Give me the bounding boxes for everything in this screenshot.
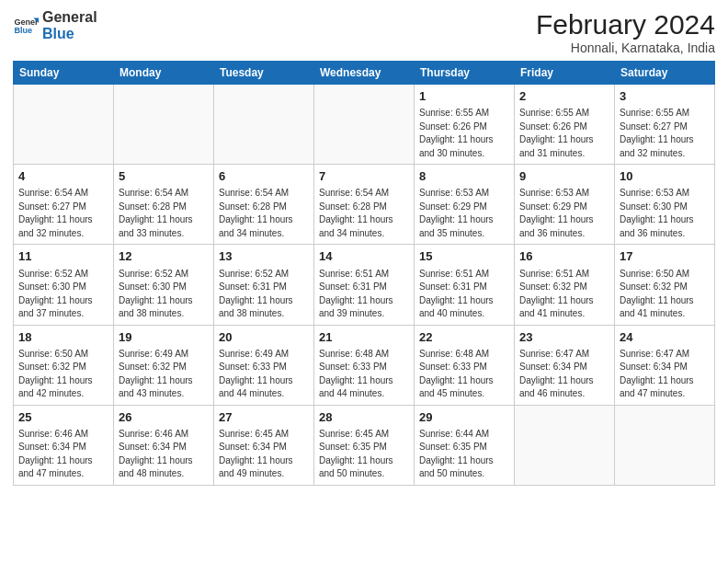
logo: General Blue General Blue: [13, 9, 97, 41]
calendar-cell: 26Sunrise: 6:46 AM Sunset: 6:34 PM Dayli…: [114, 405, 214, 485]
cell-day-number: 12: [119, 248, 209, 265]
cell-info-text: Sunrise: 6:48 AM Sunset: 6:33 PM Dayligh…: [419, 348, 509, 401]
cell-day-number: 17: [620, 248, 710, 265]
cell-info-text: Sunrise: 6:53 AM Sunset: 6:30 PM Dayligh…: [620, 187, 710, 240]
weekday-header: Friday: [515, 62, 615, 85]
page: General Blue General Blue February 2024 …: [0, 0, 728, 563]
calendar-cell: 2Sunrise: 6:55 AM Sunset: 6:26 PM Daylig…: [515, 85, 615, 165]
cell-info-text: Sunrise: 6:53 AM Sunset: 6:29 PM Dayligh…: [519, 187, 609, 240]
cell-info-text: Sunrise: 6:46 AM Sunset: 6:34 PM Dayligh…: [119, 428, 209, 481]
calendar-cell: 14Sunrise: 6:51 AM Sunset: 6:31 PM Dayli…: [314, 245, 415, 325]
cell-day-number: 14: [319, 248, 409, 265]
cell-info-text: Sunrise: 6:45 AM Sunset: 6:34 PM Dayligh…: [219, 428, 309, 481]
calendar-cell: 15Sunrise: 6:51 AM Sunset: 6:31 PM Dayli…: [415, 245, 515, 325]
calendar-cell: [515, 405, 615, 485]
calendar-cell: 23Sunrise: 6:47 AM Sunset: 6:34 PM Dayli…: [515, 325, 615, 405]
cell-day-number: 2: [519, 88, 609, 105]
cell-info-text: Sunrise: 6:54 AM Sunset: 6:28 PM Dayligh…: [219, 187, 309, 240]
calendar-cell: 7Sunrise: 6:54 AM Sunset: 6:28 PM Daylig…: [314, 165, 415, 245]
weekday-header: Thursday: [415, 62, 515, 85]
cell-day-number: 13: [219, 248, 309, 265]
calendar-cell: 25Sunrise: 6:46 AM Sunset: 6:34 PM Dayli…: [14, 405, 114, 485]
cell-day-number: 28: [319, 409, 409, 426]
cell-info-text: Sunrise: 6:51 AM Sunset: 6:32 PM Dayligh…: [519, 268, 609, 321]
calendar-cell: [615, 405, 715, 485]
cell-day-number: 7: [319, 168, 409, 185]
cell-info-text: Sunrise: 6:44 AM Sunset: 6:35 PM Dayligh…: [419, 428, 509, 481]
calendar-cell: 27Sunrise: 6:45 AM Sunset: 6:34 PM Dayli…: [214, 405, 314, 485]
month-year: February 2024: [536, 9, 715, 40]
cell-day-number: 18: [18, 329, 108, 346]
cell-day-number: 19: [119, 329, 209, 346]
cell-day-number: 4: [18, 168, 108, 185]
calendar-cell: 17Sunrise: 6:50 AM Sunset: 6:32 PM Dayli…: [615, 245, 715, 325]
calendar-cell: 12Sunrise: 6:52 AM Sunset: 6:30 PM Dayli…: [114, 245, 214, 325]
calendar-cell: 16Sunrise: 6:51 AM Sunset: 6:32 PM Dayli…: [515, 245, 615, 325]
calendar-cell: 22Sunrise: 6:48 AM Sunset: 6:33 PM Dayli…: [415, 325, 515, 405]
cell-day-number: 6: [219, 168, 309, 185]
cell-day-number: 15: [419, 248, 509, 265]
cell-day-number: 11: [18, 248, 108, 265]
cell-day-number: 5: [119, 168, 209, 185]
calendar-cell: [114, 85, 214, 165]
svg-text:Blue: Blue: [14, 26, 32, 35]
cell-day-number: 26: [119, 409, 209, 426]
calendar-cell: 6Sunrise: 6:54 AM Sunset: 6:28 PM Daylig…: [214, 165, 314, 245]
cell-day-number: 21: [319, 329, 409, 346]
header: General Blue General Blue February 2024 …: [13, 9, 715, 55]
weekday-header: Sunday: [14, 62, 114, 85]
week-row: 11Sunrise: 6:52 AM Sunset: 6:30 PM Dayli…: [14, 245, 715, 325]
cell-info-text: Sunrise: 6:54 AM Sunset: 6:28 PM Dayligh…: [119, 187, 209, 240]
cell-day-number: 3: [620, 88, 710, 105]
calendar-cell: 8Sunrise: 6:53 AM Sunset: 6:29 PM Daylig…: [415, 165, 515, 245]
logo-line1: General: [42, 9, 97, 26]
calendar-cell: 9Sunrise: 6:53 AM Sunset: 6:29 PM Daylig…: [515, 165, 615, 245]
cell-info-text: Sunrise: 6:53 AM Sunset: 6:29 PM Dayligh…: [419, 187, 509, 240]
calendar-cell: 10Sunrise: 6:53 AM Sunset: 6:30 PM Dayli…: [615, 165, 715, 245]
logo-line2: Blue: [42, 26, 97, 42]
cell-day-number: 25: [18, 409, 108, 426]
calendar-cell: 18Sunrise: 6:50 AM Sunset: 6:32 PM Dayli…: [14, 325, 114, 405]
cell-day-number: 9: [519, 168, 609, 185]
cell-day-number: 1: [419, 88, 509, 105]
cell-info-text: Sunrise: 6:49 AM Sunset: 6:33 PM Dayligh…: [219, 348, 309, 401]
cell-day-number: 20: [219, 329, 309, 346]
calendar-cell: 13Sunrise: 6:52 AM Sunset: 6:31 PM Dayli…: [214, 245, 314, 325]
cell-day-number: 10: [620, 168, 710, 185]
calendar-cell: [14, 85, 114, 165]
cell-info-text: Sunrise: 6:51 AM Sunset: 6:31 PM Dayligh…: [419, 268, 509, 321]
cell-info-text: Sunrise: 6:55 AM Sunset: 6:26 PM Dayligh…: [519, 107, 609, 160]
cell-info-text: Sunrise: 6:52 AM Sunset: 6:30 PM Dayligh…: [119, 268, 209, 321]
calendar-cell: 28Sunrise: 6:45 AM Sunset: 6:35 PM Dayli…: [314, 405, 415, 485]
calendar-cell: 1Sunrise: 6:55 AM Sunset: 6:26 PM Daylig…: [415, 85, 515, 165]
calendar-cell: [214, 85, 314, 165]
cell-day-number: 22: [419, 329, 509, 346]
cell-day-number: 24: [620, 329, 710, 346]
calendar-cell: 5Sunrise: 6:54 AM Sunset: 6:28 PM Daylig…: [114, 165, 214, 245]
week-row: 4Sunrise: 6:54 AM Sunset: 6:27 PM Daylig…: [14, 165, 715, 245]
cell-info-text: Sunrise: 6:52 AM Sunset: 6:31 PM Dayligh…: [219, 268, 309, 321]
cell-day-number: 29: [419, 409, 509, 426]
cell-info-text: Sunrise: 6:48 AM Sunset: 6:33 PM Dayligh…: [319, 348, 409, 401]
calendar-cell: 24Sunrise: 6:47 AM Sunset: 6:34 PM Dayli…: [615, 325, 715, 405]
calendar-cell: [314, 85, 415, 165]
calendar-cell: 29Sunrise: 6:44 AM Sunset: 6:35 PM Dayli…: [415, 405, 515, 485]
weekday-header: Wednesday: [314, 62, 415, 85]
cell-day-number: 27: [219, 409, 309, 426]
cell-info-text: Sunrise: 6:47 AM Sunset: 6:34 PM Dayligh…: [519, 348, 609, 401]
cell-info-text: Sunrise: 6:45 AM Sunset: 6:35 PM Dayligh…: [319, 428, 409, 481]
calendar-cell: 19Sunrise: 6:49 AM Sunset: 6:32 PM Dayli…: [114, 325, 214, 405]
cell-info-text: Sunrise: 6:50 AM Sunset: 6:32 PM Dayligh…: [620, 268, 710, 321]
cell-info-text: Sunrise: 6:46 AM Sunset: 6:34 PM Dayligh…: [18, 428, 108, 481]
cell-day-number: 16: [519, 248, 609, 265]
logo-icon: General Blue: [13, 13, 39, 39]
cell-info-text: Sunrise: 6:49 AM Sunset: 6:32 PM Dayligh…: [119, 348, 209, 401]
weekday-header: Tuesday: [214, 62, 314, 85]
week-row: 18Sunrise: 6:50 AM Sunset: 6:32 PM Dayli…: [14, 325, 715, 405]
cell-info-text: Sunrise: 6:55 AM Sunset: 6:26 PM Dayligh…: [419, 107, 509, 160]
calendar-cell: 21Sunrise: 6:48 AM Sunset: 6:33 PM Dayli…: [314, 325, 415, 405]
weekday-header-row: SundayMondayTuesdayWednesdayThursdayFrid…: [14, 62, 715, 85]
cell-info-text: Sunrise: 6:54 AM Sunset: 6:27 PM Dayligh…: [18, 187, 108, 240]
cell-day-number: 23: [519, 329, 609, 346]
calendar-cell: 4Sunrise: 6:54 AM Sunset: 6:27 PM Daylig…: [14, 165, 114, 245]
